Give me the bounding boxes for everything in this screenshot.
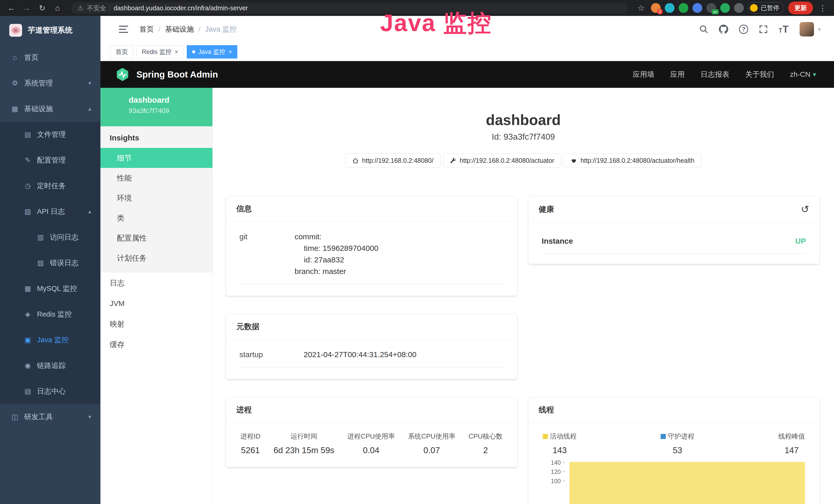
row-key: startup bbox=[239, 349, 304, 360]
tab-java-monitor[interactable]: Java 监控 × bbox=[187, 45, 237, 59]
actuator-url-button[interactable]: http://192.168.0.2:48080/actuator bbox=[443, 154, 561, 168]
breadcrumb-separator: / bbox=[158, 25, 160, 33]
insights-section-title: Insights bbox=[101, 126, 213, 148]
address-bar[interactable]: ⚠ 不安全 dashboard.yudao.iocoder.cn/infra/a… bbox=[71, 2, 628, 14]
side-item-scheduled-tasks[interactable]: 计划任务 bbox=[101, 248, 213, 268]
card-title: 线程 bbox=[539, 405, 554, 415]
side-item-jvm[interactable]: JVM bbox=[101, 293, 213, 314]
close-icon[interactable]: × bbox=[228, 48, 232, 55]
search-icon[interactable] bbox=[699, 25, 708, 33]
profile-paused-badge[interactable]: 已暂停 bbox=[748, 2, 784, 14]
stat-process-cpu: 进程CPU使用率 0.04 bbox=[347, 432, 395, 455]
reload-icon[interactable]: ↻ bbox=[37, 4, 48, 13]
process-stats: 进程ID 5261 运行时间 6d 23h 15m 59s 进程CPU使用率 0… bbox=[226, 422, 517, 467]
sidebar-item-home[interactable]: ⌂ 首页 bbox=[0, 45, 101, 70]
sidebar-item-label: 基础设施 bbox=[24, 104, 53, 114]
sidebar-item-system[interactable]: ⚙ 系统管理 ▾ bbox=[0, 70, 101, 96]
extension-icon[interactable]: 1 bbox=[651, 3, 661, 13]
avatar[interactable] bbox=[799, 22, 814, 37]
help-icon[interactable]: ? bbox=[739, 25, 748, 34]
document-icon: ▨ bbox=[37, 259, 45, 267]
sidebar-item-label: 链路追踪 bbox=[37, 361, 66, 370]
extension-icon[interactable] bbox=[720, 3, 730, 13]
sidebar-item-label: 首页 bbox=[24, 53, 39, 62]
side-item-details[interactable]: 细节 bbox=[101, 148, 213, 168]
stat-label: CPU核心数 bbox=[468, 432, 503, 441]
browser-home-icon[interactable]: ⌂ bbox=[52, 4, 63, 12]
sidebar-item-label: 日志中心 bbox=[37, 386, 66, 396]
sidebar-item-label: 访问日志 bbox=[50, 232, 79, 242]
sidebar-item-file-management[interactable]: ▤ 文件管理 bbox=[0, 122, 101, 147]
history-icon[interactable]: ↺ bbox=[801, 204, 809, 215]
font-size-icon[interactable]: TT bbox=[778, 24, 789, 35]
github-icon[interactable] bbox=[719, 25, 728, 34]
forward-icon[interactable]: → bbox=[21, 4, 32, 12]
sidebar-item-tracing[interactable]: ◉ 链路追踪 bbox=[0, 353, 101, 379]
legend-label: 活动线程 bbox=[543, 432, 577, 441]
divider bbox=[110, 5, 110, 11]
sidebar-item-access-logs[interactable]: ▥ 访问日志 bbox=[0, 224, 101, 250]
log-icon: ▧ bbox=[24, 207, 32, 216]
brand-title[interactable]: Spring Boot Admin bbox=[136, 69, 218, 79]
git-commit-id: id: 27aa832 bbox=[294, 254, 378, 266]
back-icon[interactable]: ← bbox=[6, 4, 17, 12]
sidebar-item-scheduled-tasks[interactable]: ◷ 定时任务 bbox=[0, 173, 101, 199]
sidebar-item-label: 错误日志 bbox=[50, 258, 79, 268]
sidebar-item-redis-monitor[interactable]: ◈ Redis 监控 bbox=[0, 301, 101, 327]
health-url-button[interactable]: http://192.168.0.2:48080/actuator/health bbox=[564, 154, 701, 168]
card-title: 信息 bbox=[236, 204, 252, 214]
menu-kebab-icon[interactable]: ⋮ bbox=[817, 4, 828, 13]
instance-header[interactable]: dashboard 93a3fc7f7409 bbox=[101, 88, 213, 126]
nav-about[interactable]: 关于我们 bbox=[745, 70, 774, 79]
app-logo-icon bbox=[9, 24, 22, 37]
extension-icon[interactable] bbox=[693, 3, 702, 13]
side-item-environment[interactable]: 环境 bbox=[101, 188, 213, 208]
extension-icon[interactable] bbox=[679, 3, 688, 13]
nav-wallboard[interactable]: 应用墙 bbox=[633, 70, 655, 79]
card-title: 健康 bbox=[539, 204, 554, 215]
sidebar-item-error-logs[interactable]: ▨ 错误日志 bbox=[0, 250, 101, 276]
sidebar-item-api-logs[interactable]: ▧ API 日志 ▴ bbox=[0, 199, 101, 224]
nav-applications[interactable]: 应用 bbox=[671, 70, 685, 79]
side-item-logs[interactable]: 日志 bbox=[101, 273, 213, 293]
stat-value: 5261 bbox=[240, 445, 260, 455]
sidebar-item-java-monitor[interactable]: ▣ Java 监控 bbox=[0, 327, 101, 353]
y-tick-label: 100 bbox=[551, 478, 561, 485]
clock-icon: ◷ bbox=[24, 182, 32, 190]
app-logo[interactable]: 芋道管理系统 bbox=[0, 16, 101, 45]
header-actions: ? TT ▾ bbox=[699, 22, 821, 37]
side-item-performance[interactable]: 性能 bbox=[101, 168, 213, 188]
legend-swatch-yellow bbox=[543, 434, 548, 439]
sidebar-item-log-center[interactable]: ▤ 日志中心 bbox=[0, 379, 101, 404]
stat-label: 运行时间 bbox=[273, 432, 334, 441]
status-badge: UP bbox=[795, 235, 806, 247]
side-item-config-props[interactable]: 配置属性 bbox=[101, 228, 213, 248]
sidebar-item-infrastructure[interactable]: ▦ 基础设施 ▴ bbox=[0, 96, 101, 122]
side-item-classes[interactable]: 类 bbox=[101, 208, 213, 228]
tab-redis-monitor[interactable]: Redis 监控 × bbox=[136, 45, 184, 59]
locale-select[interactable]: zh-CN ▾ bbox=[790, 70, 816, 78]
nav-journal[interactable]: 日志报表 bbox=[701, 70, 729, 79]
insights-section: Insights 细节 性能 环境 类 配置属性 计划任务 bbox=[101, 126, 213, 273]
metadata-row-startup: startup 2021-04-27T00:44:31.254+08:00 bbox=[239, 349, 504, 367]
stat-pid: 进程ID 5261 bbox=[240, 432, 260, 455]
side-item-caches[interactable]: 缓存 bbox=[101, 334, 213, 355]
breadcrumb-item[interactable]: 基础设施 bbox=[165, 24, 194, 34]
sidebar-toggle-icon[interactable] bbox=[119, 26, 128, 33]
fullscreen-icon[interactable] bbox=[759, 25, 768, 33]
document-icon: ▤ bbox=[24, 387, 32, 395]
sidebar-item-dev-tools[interactable]: ◫ 研发工具 ▾ bbox=[0, 404, 101, 430]
extension-icon[interactable] bbox=[734, 3, 744, 13]
side-item-mappings[interactable]: 映射 bbox=[101, 314, 213, 334]
close-icon[interactable]: × bbox=[175, 48, 178, 55]
security-label: 不安全 bbox=[87, 4, 106, 12]
tab-home[interactable]: 首页 bbox=[110, 45, 133, 59]
sidebar-item-config-management[interactable]: ✎ 配置管理 bbox=[0, 147, 101, 173]
extension-icon[interactable]: on bbox=[706, 3, 716, 13]
service-url-button[interactable]: http://192.168.0.2:48080/ bbox=[346, 154, 440, 168]
update-button[interactable]: 更新 bbox=[788, 2, 813, 15]
extension-icon[interactable] bbox=[665, 3, 675, 13]
breadcrumb-item[interactable]: 首页 bbox=[139, 24, 154, 34]
bookmark-star-icon[interactable]: ☆ bbox=[635, 3, 647, 13]
sidebar-item-mysql-monitor[interactable]: ▦ MySQL 监控 bbox=[0, 276, 101, 301]
